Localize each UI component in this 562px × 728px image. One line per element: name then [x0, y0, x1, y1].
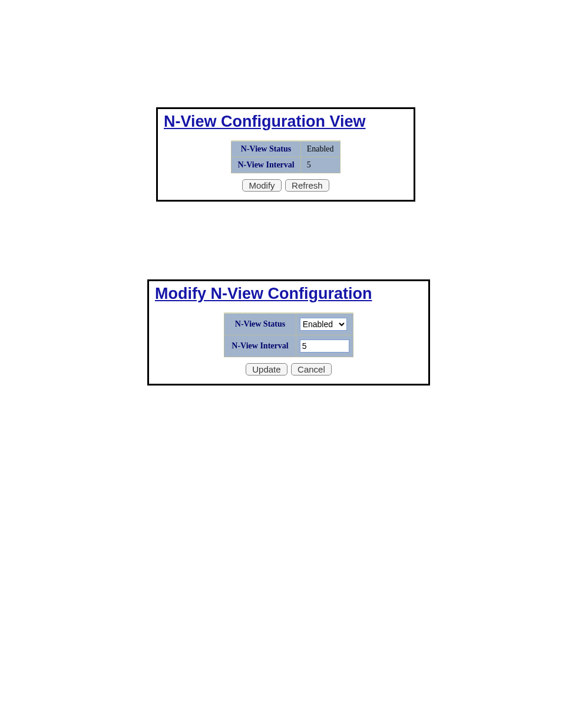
nview-status-select[interactable]: Enabled: [300, 318, 347, 331]
nview-configuration-view-panel: N-View Configuration View N-View Status …: [156, 107, 415, 202]
nview-status-field: Enabled: [296, 313, 353, 335]
button-row: Modify Refresh: [158, 179, 414, 192]
modify-configuration-table: N-View Status Enabled N-View Interval: [224, 312, 353, 357]
refresh-button[interactable]: Refresh: [285, 179, 329, 192]
table-row: N-View Interval: [224, 335, 353, 357]
update-button[interactable]: Update: [246, 363, 287, 375]
nview-status-value: Enabled: [300, 141, 340, 157]
cancel-button[interactable]: Cancel: [291, 363, 332, 375]
nview-interval-field: [296, 335, 353, 357]
nview-status-label: N-View Status: [224, 313, 296, 335]
page-title: N-View Configuration View: [164, 113, 414, 131]
table-row: N-View Interval 5: [232, 157, 340, 173]
nview-interval-value: 5: [300, 157, 340, 173]
nview-interval-label: N-View Interval: [232, 157, 300, 173]
table-row: N-View Status Enabled: [232, 141, 340, 157]
modify-nview-configuration-panel: Modify N-View Configuration N-View Statu…: [147, 279, 430, 386]
nview-interval-input[interactable]: [300, 340, 349, 353]
page-title: Modify N-View Configuration: [155, 285, 428, 303]
button-row: Update Cancel: [149, 363, 428, 375]
nview-interval-label: N-View Interval: [224, 335, 296, 357]
nview-status-label: N-View Status: [232, 141, 300, 157]
configuration-table: N-View Status Enabled N-View Interval 5: [231, 140, 340, 173]
table-row: N-View Status Enabled: [224, 313, 353, 335]
modify-button[interactable]: Modify: [242, 179, 281, 192]
